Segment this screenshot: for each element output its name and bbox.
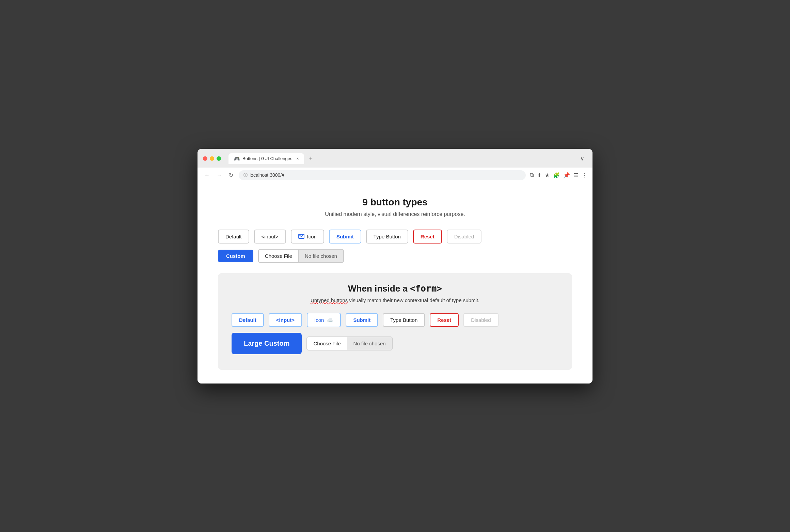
form-input-button[interactable]: <input> (269, 313, 302, 327)
tab-close-icon[interactable]: × (296, 156, 299, 161)
title-bar: 🎮 Buttons | GUI Challenges × + ∨ (198, 149, 592, 168)
page-content: 9 button types Unified modern style, vis… (198, 183, 592, 384)
url-text: localhost:3000/# (250, 172, 284, 178)
input-button[interactable]: <input> (254, 230, 286, 244)
form-section: When inside a <form> Untyped buttons vis… (218, 273, 572, 370)
form-custom-row: Large Custom Choose File No file chosen (232, 333, 558, 354)
top-button-row: Default <input> Icon Submit Type Button … (218, 230, 572, 244)
new-tab-button[interactable]: + (305, 153, 316, 164)
form-reset-button[interactable]: Reset (430, 313, 459, 327)
form-top-button-row: Default <input> Icon ☁️ Submit Type Butt… (232, 313, 558, 327)
form-choose-file-button[interactable]: Choose File (307, 337, 347, 350)
bookmark-icon[interactable]: ★ (545, 172, 550, 178)
type-button[interactable]: Type Button (366, 230, 408, 244)
large-custom-button[interactable]: Large Custom (232, 333, 302, 354)
form-section-subtitle: Untyped buttons visually match their new… (232, 297, 558, 303)
form-type-button[interactable]: Type Button (383, 313, 425, 327)
share-icon[interactable]: ⬆ (537, 172, 541, 178)
cloud-icon: ☁️ (327, 317, 333, 323)
forward-button[interactable]: → (215, 171, 223, 179)
form-file-input[interactable]: Choose File No file chosen (306, 337, 392, 350)
sidebar-icon[interactable]: ☰ (573, 172, 578, 178)
url-security-icon: ⓘ (243, 172, 248, 178)
extensions-icon[interactable]: 🧩 (553, 172, 560, 178)
close-button[interactable] (203, 156, 207, 161)
disabled-button: Disabled (447, 230, 481, 244)
window-controls (203, 156, 221, 161)
window-menu-icon[interactable]: ∨ (578, 154, 587, 163)
page-subtitle: Unified modern style, visual differences… (218, 211, 572, 217)
address-bar: ← → ↻ ⓘ localhost:3000/# ⧉ ⬆ ★ 🧩 📌 ☰ ⋮ (198, 168, 592, 183)
tab-favicon: 🎮 (234, 156, 240, 161)
minimize-button[interactable] (210, 156, 214, 161)
maximize-button[interactable] (217, 156, 221, 161)
submit-button[interactable]: Submit (329, 230, 361, 244)
form-file-no-chosen-text: No file chosen (347, 337, 392, 350)
form-submit-button[interactable]: Submit (346, 313, 378, 327)
active-tab[interactable]: 🎮 Buttons | GUI Challenges × (228, 153, 304, 164)
pin-icon[interactable]: 📌 (563, 172, 570, 178)
browser-window: 🎮 Buttons | GUI Challenges × + ∨ ← → ↻ ⓘ… (198, 149, 592, 384)
form-section-title: When inside a <form> (232, 283, 558, 294)
form-default-button[interactable]: Default (232, 313, 264, 327)
default-button[interactable]: Default (218, 230, 249, 244)
file-input[interactable]: Choose File No file chosen (258, 249, 344, 263)
external-link-icon[interactable]: ⧉ (530, 172, 534, 178)
page-title: 9 button types (218, 197, 572, 208)
form-disabled-button: Disabled (463, 313, 498, 327)
custom-button[interactable]: Custom (218, 250, 253, 262)
form-icon-button[interactable]: Icon ☁️ (307, 313, 341, 327)
back-button[interactable]: ← (203, 171, 211, 179)
envelope-icon (298, 234, 304, 239)
toolbar-icons: ⧉ ⬆ ★ 🧩 📌 ☰ ⋮ (530, 172, 587, 178)
tab-title: Buttons | GUI Challenges (242, 156, 292, 161)
reload-button[interactable]: ↻ (227, 171, 235, 179)
reset-button[interactable]: Reset (413, 230, 442, 244)
custom-button-row: Custom Choose File No file chosen (218, 249, 572, 263)
tab-bar: 🎮 Buttons | GUI Challenges × + (228, 153, 574, 164)
menu-icon[interactable]: ⋮ (582, 172, 587, 178)
choose-file-button[interactable]: Choose File (259, 250, 299, 262)
icon-button[interactable]: Icon (291, 230, 324, 244)
url-bar[interactable]: ⓘ localhost:3000/# (239, 170, 526, 180)
file-no-chosen-text: No file chosen (299, 250, 343, 262)
